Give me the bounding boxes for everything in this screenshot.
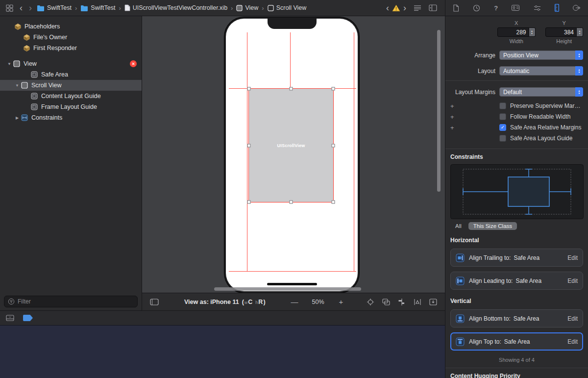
edit-button[interactable]: Edit	[567, 338, 578, 345]
editor-options-icon[interactable]	[414, 5, 421, 11]
outline-item-view[interactable]: ▼ View ✕	[0, 58, 142, 69]
zoom-out-button[interactable]: —	[291, 298, 298, 306]
forward-button[interactable]: ›	[29, 3, 32, 12]
constraint-bottom-icon	[456, 314, 465, 323]
connections-inspector-icon[interactable]	[573, 4, 581, 11]
breadcrumb: SwiftTest › SwiftTest › UIScrollViewTest…	[37, 4, 378, 12]
first-responder-cube-icon	[23, 44, 30, 52]
safe-area-layout-guide-checkbox[interactable]	[499, 135, 506, 142]
next-issue-button[interactable]: ›	[403, 3, 406, 12]
file-inspector-icon[interactable]	[453, 4, 459, 12]
identity-inspector-icon[interactable]	[512, 5, 519, 11]
constraint-row-bottom[interactable]: Align Bottom to: Safe Area Edit	[450, 309, 583, 328]
constraint-row-leading[interactable]: Align Leading to: Safe Area Edit	[450, 272, 583, 290]
constraint-label: Align Trailing to:	[469, 254, 511, 261]
zoom-in-button[interactable]: +	[339, 298, 343, 306]
constraint-row-trailing[interactable]: Align Trailing to: Safe Area Edit	[450, 249, 583, 267]
outline-item-files-owner[interactable]: File's Owner	[0, 32, 142, 43]
back-button[interactable]: ‹	[20, 3, 23, 12]
error-badge[interactable]: ✕	[130, 60, 137, 67]
layout-margins-dropdown[interactable]: Default ▲▼	[499, 87, 583, 97]
resize-handle-bottom-right[interactable]	[332, 201, 335, 204]
width-field[interactable]: 289	[497, 27, 529, 37]
constraints-diagram[interactable]	[450, 164, 583, 219]
width-stepper[interactable]: ▲▼	[529, 27, 536, 37]
device-preview-icon[interactable]	[150, 299, 159, 305]
resize-handle-middle-right[interactable]	[332, 144, 335, 147]
constraint-row-top[interactable]: Align Top to: Safe Area Edit	[450, 332, 583, 351]
outline-item-frame-layout-guide[interactable]: Frame Layout Guide	[0, 101, 142, 112]
canvas-vertical-scrollbar[interactable]	[437, 30, 441, 192]
previous-issue-button[interactable]: ‹	[386, 3, 389, 12]
zoom-level[interactable]: 50%	[312, 299, 324, 305]
constraint-label: Align Top to:	[469, 338, 501, 345]
preserve-superview-margins-checkbox[interactable]	[499, 102, 506, 109]
tab-this-size-class[interactable]: This Size Class	[468, 222, 517, 230]
attributes-inspector-icon[interactable]	[534, 5, 541, 11]
scroll-view-icon	[21, 81, 28, 89]
outline-item-first-responder[interactable]: First Responder	[0, 43, 142, 53]
outline-item-constraints[interactable]: ▶ Constraints	[0, 112, 142, 123]
dropdown-arrows-icon: ▲▼	[575, 87, 583, 97]
breadcrumb-project[interactable]: SwiftTest	[37, 4, 72, 11]
constraint-trailing-icon	[456, 253, 465, 262]
resize-handle-bottom-left[interactable]	[247, 201, 251, 204]
filter-icon	[8, 298, 15, 305]
update-frames-icon[interactable]	[367, 298, 374, 306]
view-as-button[interactable]: View as: iPhone 11 ( w C h R )	[184, 299, 266, 305]
height-field[interactable]: 384	[545, 27, 577, 37]
align-icon[interactable]	[398, 299, 406, 305]
breakpoints-toggle-icon[interactable]	[23, 315, 33, 321]
follow-readable-width-checkbox[interactable]	[499, 113, 506, 120]
arrange-dropdown[interactable]: Position View ▲▼	[499, 50, 583, 60]
related-items-icon[interactable]	[6, 4, 13, 12]
edit-button[interactable]: Edit	[567, 254, 578, 261]
view-as-label: View as: iPhone 11	[184, 299, 239, 305]
debug-console-area[interactable]	[0, 325, 445, 378]
xib-file-icon	[124, 4, 130, 11]
outline-item-content-layout-guide[interactable]: Content Layout Guide	[0, 91, 142, 101]
filter-input[interactable]	[18, 298, 134, 305]
breadcrumb-view[interactable]: View	[236, 4, 258, 11]
add-editor-icon[interactable]	[429, 4, 437, 11]
disclosure-triangle-icon[interactable]: ▼	[14, 83, 21, 88]
quick-help-inspector-icon[interactable]: ?	[494, 4, 498, 12]
add-variation-button[interactable]: +	[450, 102, 458, 110]
resize-handle-top-right[interactable]	[332, 87, 335, 91]
resize-handle-top-center[interactable]	[290, 87, 293, 91]
breadcrumb-scroll-view[interactable]: Scroll View	[268, 4, 307, 11]
scroll-view-canvas-object[interactable]: UIScrollView	[248, 88, 334, 202]
layout-dropdown[interactable]: Automatic ▲▼	[499, 66, 583, 76]
add-variation-button[interactable]: +	[450, 124, 458, 131]
outline-item-scroll-view[interactable]: ▼ Scroll View	[0, 80, 142, 91]
embed-in-view-icon[interactable]	[382, 299, 390, 305]
history-inspector-icon[interactable]	[473, 4, 480, 12]
breadcrumb-separator: ›	[231, 4, 233, 12]
breadcrumb-group[interactable]: SwiftTest	[80, 4, 115, 11]
add-constraints-icon[interactable]	[414, 299, 421, 305]
filter-field[interactable]	[4, 296, 138, 307]
outline-label: Content Layout Guide	[41, 93, 101, 100]
resize-handle-bottom-center[interactable]	[290, 201, 293, 204]
disclosure-triangle-icon[interactable]: ▶	[14, 116, 21, 120]
trait-paren: (	[242, 299, 244, 305]
breadcrumb-file[interactable]: UIScrollViewTestViewController.xib	[124, 4, 227, 11]
interface-builder-canvas[interactable]: UIScrollView	[142, 16, 445, 293]
resolve-autolayout-icon[interactable]	[429, 299, 437, 305]
canvas-horizontal-scrollbar[interactable]	[214, 287, 361, 291]
height-stepper[interactable]: ▲▼	[577, 27, 583, 37]
edit-button[interactable]: Edit	[567, 277, 578, 284]
size-inspector-icon[interactable]	[555, 4, 559, 12]
layout-guide-icon	[30, 103, 38, 111]
edit-button[interactable]: Edit	[567, 315, 578, 322]
resize-handle-middle-left[interactable]	[247, 144, 251, 147]
outline-group-placeholders[interactable]: Placeholders	[0, 21, 142, 32]
tab-all[interactable]: All	[450, 222, 466, 230]
resize-handle-top-left[interactable]	[247, 87, 251, 91]
outline-item-safe-area[interactable]: Safe Area	[0, 69, 142, 80]
hide-debug-area-icon[interactable]	[6, 315, 14, 321]
safe-area-relative-margins-checkbox[interactable]: ✓	[499, 124, 506, 131]
disclosure-triangle-icon[interactable]: ▼	[6, 62, 13, 66]
warning-icon[interactable]	[392, 4, 400, 12]
add-variation-button[interactable]: +	[450, 113, 458, 121]
